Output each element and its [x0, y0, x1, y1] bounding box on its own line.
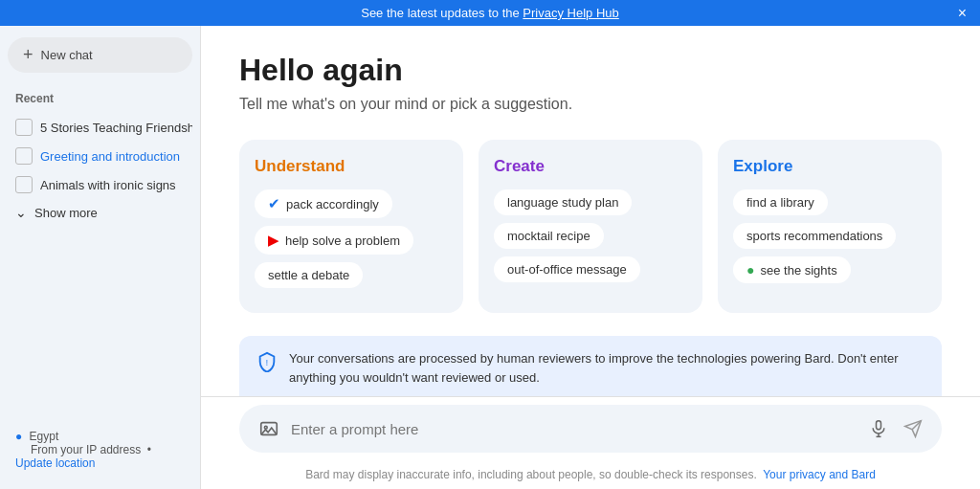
footer-note: Bard may display inaccurate info, includ… [201, 464, 980, 489]
recent-label: Recent [8, 88, 192, 109]
greeting-title: Hello again [239, 53, 942, 88]
update-location-link[interactable]: Update location [15, 456, 95, 470]
explore-card: Explore find a library sports recommenda… [718, 140, 942, 313]
green-circle-icon: ● [746, 262, 754, 278]
footer-note-text: Bard may display inaccurate info, includ… [305, 468, 757, 481]
chip-settle-debate[interactable]: settle a debate [255, 262, 363, 288]
sidebar-item-label-1: Greeting and introduction [40, 149, 180, 164]
suggestion-cards: Understand ✔ pack accordingly ▶ help sol… [239, 140, 942, 313]
microphone-button[interactable] [865, 415, 892, 442]
location-country: Egypt [30, 430, 59, 443]
new-chat-button[interactable]: + New chat [8, 37, 192, 73]
chip-label: help solve a problem [285, 233, 400, 248]
new-chat-label: New chat [41, 48, 93, 62]
youtube-icon: ▶ [268, 232, 279, 249]
location-dot: ● [15, 430, 22, 443]
chip-find-library[interactable]: find a library [733, 189, 828, 215]
image-upload-button[interactable] [255, 414, 283, 443]
greeting-subtitle: Tell me what's on your mind or pick a su… [239, 96, 942, 113]
chip-label: see the sights [760, 263, 836, 278]
input-area [201, 396, 980, 464]
understand-card: Understand ✔ pack accordingly ▶ help sol… [239, 140, 463, 313]
svg-point-2 [264, 426, 267, 429]
chip-out-of-office[interactable]: out-of-office message [494, 256, 640, 282]
plus-icon: + [23, 45, 33, 65]
create-chips: language study plan mocktail recipe out-… [494, 189, 687, 290]
banner-close-button[interactable]: × [958, 6, 967, 21]
chip-help-solve[interactable]: ▶ help solve a problem [255, 226, 413, 255]
create-card: Create language study plan mocktail reci… [479, 140, 702, 313]
chip-label: find a library [746, 195, 814, 210]
explore-card-title: Explore [733, 157, 926, 176]
sidebar-item-2[interactable]: Animals with ironic signs [8, 170, 192, 199]
chip-see-sights[interactable]: ● see the sights [733, 256, 851, 283]
prompt-input-wrap [239, 405, 942, 453]
check-circle-icon: ✔ [268, 195, 280, 212]
chip-label: sports recommendations [746, 229, 882, 243]
location-note: From your IP address [31, 443, 141, 456]
chat-icon-1 [15, 147, 33, 165]
chip-label: language study plan [507, 195, 618, 210]
prompt-input[interactable] [291, 421, 858, 437]
chip-language-study[interactable]: language study plan [494, 189, 632, 215]
sidebar-item-label-0: 5 Stories Teaching Friendship Va... [40, 121, 192, 135]
shield-icon: ! [256, 351, 278, 376]
sidebar: + New chat Recent 5 Stories Teaching Fri… [0, 26, 201, 489]
footer-privacy-link[interactable]: Your privacy and Bard [763, 468, 876, 481]
svg-rect-3 [877, 421, 881, 430]
understand-chips: ✔ pack accordingly ▶ help solve a proble… [255, 189, 448, 296]
info-banner-content: Your conversations are processed by huma… [289, 349, 924, 396]
chat-area: Hello again Tell me what's on your mind … [201, 26, 980, 396]
show-more-label: Show more [34, 206, 98, 220]
top-banner: See the latest updates to the Privacy He… [0, 0, 980, 26]
info-banner-text: Your conversations are processed by huma… [289, 349, 924, 387]
chip-label: out-of-office message [507, 262, 627, 277]
chip-label: pack accordingly [286, 197, 379, 211]
chat-icon-0 [15, 119, 33, 136]
chip-mocktail[interactable]: mocktail recipe [494, 223, 604, 249]
svg-text:!: ! [266, 359, 268, 367]
create-card-title: Create [494, 157, 687, 176]
main-content: Hello again Tell me what's on your mind … [201, 26, 980, 489]
chip-pack-accordingly[interactable]: ✔ pack accordingly [255, 189, 392, 218]
explore-chips: find a library sports recommendations ● … [733, 189, 926, 291]
understand-card-title: Understand [255, 157, 448, 176]
send-button[interactable] [900, 415, 926, 442]
location-info: ● Egypt From your IP address • Update lo… [8, 422, 192, 478]
chip-sports[interactable]: sports recommendations [733, 223, 896, 249]
chevron-down-icon: ⌄ [15, 205, 27, 220]
sidebar-item-0[interactable]: 5 Stories Teaching Friendship Va... [8, 113, 192, 142]
banner-link[interactable]: Privacy Help Hub [523, 6, 618, 20]
chip-label: settle a debate [268, 268, 349, 282]
info-banner: ! Your conversations are processed by hu… [239, 336, 942, 396]
chip-label: mocktail recipe [507, 229, 590, 243]
sidebar-item-label-2: Animals with ironic signs [40, 178, 176, 192]
banner-text: See the latest updates to the [361, 6, 523, 20]
chat-icon-2 [15, 176, 33, 193]
show-more-button[interactable]: ⌄ Show more [8, 199, 192, 226]
sidebar-item-1[interactable]: Greeting and introduction [8, 142, 192, 170]
